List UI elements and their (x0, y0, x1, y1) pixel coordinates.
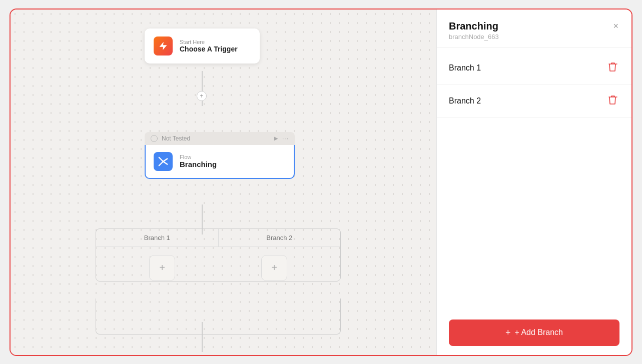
branching-node-label: Flow (180, 154, 217, 160)
branch1-add-col: + (106, 255, 218, 281)
canvas-area: Start Here Choose A Trigger + Not Tested… (11, 10, 436, 355)
panel-header: Branching branchNode_663 × (437, 10, 631, 48)
panel-subtitle: branchNode_663 (449, 33, 499, 40)
branch1-add-step-button[interactable]: + (149, 255, 175, 281)
branch2-label: Branch 2 (449, 96, 481, 106)
right-panel: Branching branchNode_663 × Branch 1 Bran… (436, 10, 631, 355)
branch-header-row: Branch 1 Branch 2 (96, 229, 340, 247)
trigger-node[interactable]: Start Here Choose A Trigger (145, 28, 260, 64)
add-branch-button[interactable]: + + Add Branch (449, 320, 619, 346)
close-panel-button[interactable]: × (612, 20, 619, 32)
branch-container: Branch 1 Branch 2 + + (96, 228, 341, 282)
svg-marker-0 (160, 42, 167, 50)
node-status-label: Not Tested (162, 135, 270, 142)
trigger-text: Start Here Choose A Trigger (180, 39, 238, 53)
panel-title: Branching (449, 20, 499, 32)
branch2-delete-button[interactable] (606, 94, 619, 108)
branch-item-2: Branch 2 (437, 85, 631, 118)
branch-add-btns: + + (96, 247, 340, 281)
add-step-between-button[interactable]: + (197, 91, 207, 101)
merge-box (96, 298, 341, 334)
branch1-delete-button[interactable] (606, 61, 619, 76)
branching-text: Flow Branching (180, 154, 217, 168)
branching-flow-icon (154, 152, 173, 171)
play-icon[interactable]: ▶ (274, 136, 278, 141)
branching-node-title: Branching (180, 160, 217, 168)
trigger-label: Start Here (180, 39, 238, 45)
panel-footer: + + Add Branch (437, 310, 631, 355)
app-container: Start Here Choose A Trigger + Not Tested… (10, 8, 632, 356)
status-circle-icon (151, 135, 158, 142)
more-options-icon[interactable]: ··· (282, 135, 289, 142)
branch2-header: Branch 2 (219, 229, 341, 246)
panel-body: Branch 1 Branch 2 (437, 48, 631, 310)
trigger-icon (154, 36, 173, 56)
branch2-add-col: + (218, 255, 330, 281)
connector-v3 (202, 322, 203, 352)
branch2-add-step-button[interactable]: + (261, 255, 287, 281)
branching-node-wrapper: Not Tested ▶ ··· Flow Branching (145, 132, 295, 179)
branching-node-body[interactable]: Flow Branching (145, 145, 295, 179)
node-header: Not Tested ▶ ··· (145, 132, 295, 145)
trigger-title: Choose A Trigger (180, 45, 238, 53)
add-branch-plus-icon: + (505, 328, 511, 338)
branch-item-1: Branch 1 (437, 52, 631, 85)
add-branch-label: + Add Branch (515, 328, 563, 337)
branch1-header: Branch 1 (96, 229, 219, 246)
panel-title-block: Branching branchNode_663 (449, 20, 499, 40)
branch1-label: Branch 1 (449, 64, 481, 72)
